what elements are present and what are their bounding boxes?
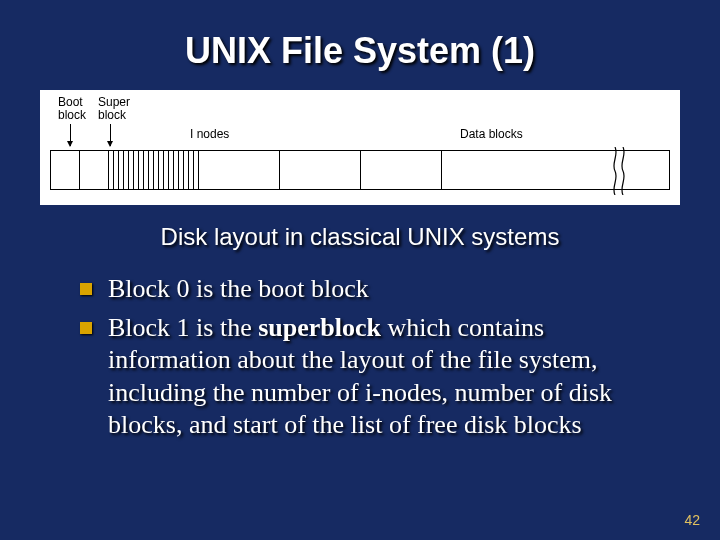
page-title: UNIX File System (1) (40, 30, 680, 72)
break-mark (613, 147, 629, 193)
boot-block-label: Boot block (58, 96, 86, 122)
page-number: 42 (684, 512, 700, 528)
bullet-text: Block 0 is the boot block (108, 274, 369, 303)
bullet-text-pre: Block 1 is the (108, 313, 258, 342)
disk-layout-diagram: Boot block Super block I nodes Data bloc… (40, 90, 680, 205)
bullet-list: Block 0 is the boot block Block 1 is the… (40, 273, 680, 442)
bullet-icon (80, 283, 92, 295)
data-block-cell (199, 151, 280, 189)
super-arrow (110, 124, 111, 146)
bullet-icon (80, 322, 92, 334)
slide: UNIX File System (1) Boot block Super bl… (0, 0, 720, 540)
boot-arrow (70, 124, 71, 146)
data-blocks-label: Data blocks (460, 128, 523, 141)
bullet-text-bold: superblock (258, 313, 381, 342)
super-block-label: Super block (98, 96, 130, 122)
inodes-label: I nodes (190, 128, 229, 141)
diagram-caption: Disk layout in classical UNIX systems (40, 223, 680, 251)
boot-block-cell (51, 151, 80, 189)
data-block-cell-wide (442, 151, 669, 189)
super-block-cell (80, 151, 109, 189)
list-item: Block 0 is the boot block (80, 273, 660, 306)
data-block-cell (361, 151, 442, 189)
list-item: Block 1 is the superblock which contains… (80, 312, 660, 442)
disk-bar (50, 150, 670, 190)
data-block-cell (280, 151, 361, 189)
